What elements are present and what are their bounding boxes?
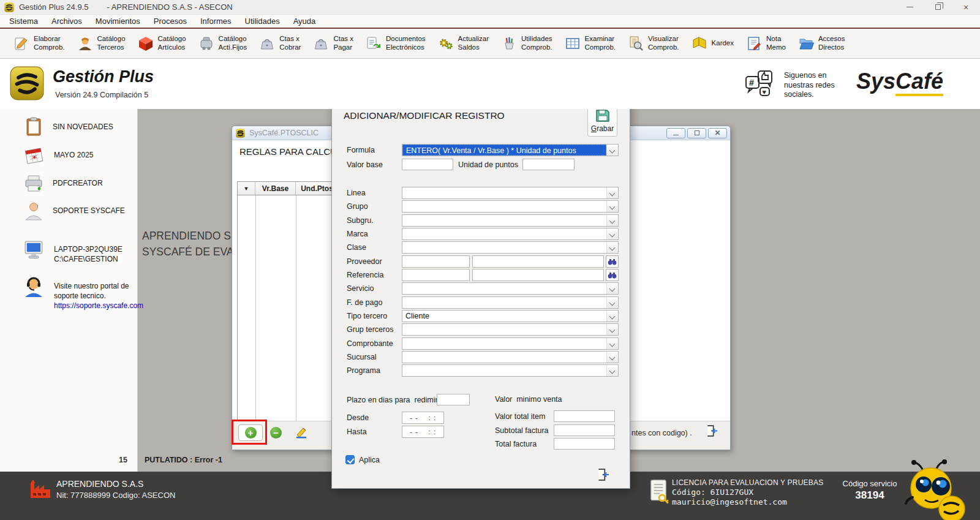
subtotal-input[interactable] [554,424,615,436]
hasta-input[interactable]: - - : : [402,426,444,438]
chevron-down-icon[interactable] [606,324,618,335]
referencia-code-input[interactable] [402,269,470,281]
aplica-label: Aplica [359,456,380,464]
sucursal-combobox[interactable] [402,351,619,363]
floppy-disk-icon [595,108,611,124]
toolbar-ctas-cobrar[interactable]: Ctas xCobrar [253,33,307,54]
menu-ayuda[interactable]: Ayuda [287,17,323,26]
remove-row-button[interactable]: − [270,427,282,439]
note-pencil-icon [746,36,762,51]
servicio-combobox[interactable] [402,282,619,295]
gestion-plus-logo-icon [10,66,44,100]
minus-icon: − [270,427,282,439]
toolbar-visualizar-comprob[interactable]: VisualizarComprob. [622,33,685,54]
menu-procesos[interactable]: Procesos [147,17,194,26]
dialog-exit-button[interactable] [596,468,609,481]
chevron-down-icon[interactable] [606,311,618,322]
sidebar: SIN NOVEDADES ✶ MAYO 2025 PDFCREATOR SOP… [0,109,138,472]
valor-total-input[interactable] [554,410,615,422]
clase-label: Clase [347,243,366,252]
sidebar-item-calendar[interactable]: ✶ MAYO 2025 [0,145,138,167]
proveedor-label: Proveedor [347,257,382,266]
chevron-down-icon[interactable] [606,201,618,212]
fdepago-combobox[interactable] [402,296,619,309]
total-factura-input[interactable] [554,438,615,450]
close-button[interactable]: × [952,0,980,15]
proveedor-name-input[interactable] [472,255,604,268]
rules-close-button[interactable]: ✕ [708,128,727,138]
chevron-down-icon[interactable] [606,215,618,226]
rules-window-title: SysCafé.PTOSCLIC [249,129,318,137]
binoculars-icon [608,258,617,265]
chevron-down-icon[interactable] [606,242,618,253]
plazo-input[interactable] [437,394,470,405]
footer-license-email: mauricio@ingesoftnet.com [672,497,787,507]
menu-utilidades[interactable]: Utilidades [238,17,287,26]
unidad-puntos-label: Unidad de puntos [458,160,518,169]
toolbar-ctas-pagar[interactable]: Ctas xPagar [307,33,360,54]
chevron-down-icon[interactable] [606,338,618,349]
menu-informes[interactable]: Informes [194,17,238,26]
aplica-checkbox[interactable] [345,455,355,464]
toolbar-nota-memo[interactable]: NotaMemo [740,33,792,54]
toolbar-accesos-directos[interactable]: AccesosDirectos [792,33,851,54]
window-title-doc: - APRENDIENDO S.A.S - ASECON [107,2,232,12]
exit-door-icon [705,424,718,437]
comprobante-combobox[interactable] [402,337,619,350]
chevron-down-icon[interactable] [606,365,618,376]
toolbar-actualizar-saldos[interactable]: ActualizarSaldos [432,33,496,54]
marca-combobox[interactable] [402,228,619,240]
proveedor-search-button[interactable] [606,255,619,268]
menu-movimientos[interactable]: Movimientos [89,17,147,26]
utilities-cup-icon [501,36,517,51]
valor-base-input[interactable] [402,159,453,170]
desde-input[interactable]: - - : : [402,412,444,424]
subgrupo-combobox[interactable] [402,214,619,227]
formula-combobox[interactable]: ENTERO( Vr.Venta / Vr.Base ) * Unidad de… [402,144,619,156]
minimize-button[interactable] [895,0,924,15]
toolbar-catalogo-terceros[interactable]: CatálogoTerceros [71,33,132,54]
plazo-label: Plazo en dias para redimir [347,396,438,404]
toolbar-documentos-electronicos[interactable]: DocumentosElectrónicos [360,33,432,54]
sidebar-item-novedades[interactable]: SIN NOVEDADES [0,116,138,137]
toolbar-catalogo-articulos[interactable]: CatálogoArtículos [132,33,192,54]
clase-combobox[interactable] [402,241,619,254]
sidebar-item-pdfcreator[interactable]: PDFCREATOR [0,173,138,194]
chevron-down-icon[interactable] [606,228,618,239]
binoculars-icon [608,271,617,279]
chevron-down-icon[interactable] [606,297,618,308]
toolbar-examinar-comprob[interactable]: ExaminarComprob. [559,33,622,54]
chevron-down-icon[interactable] [606,145,618,156]
grupo-combobox[interactable] [402,200,619,213]
grup-terceros-combobox[interactable] [402,323,619,336]
sidebar-item-portal-soporte[interactable]: Visite nuestro portal de soporte tecnico… [0,276,138,311]
purse-icon [259,36,275,51]
sidebar-item-computer[interactable]: LAPTOP-3P2QU39EC:\CAFE\GESTION [0,239,138,264]
chevron-down-icon[interactable] [606,352,618,363]
rules-exit-button[interactable] [705,424,718,437]
chevron-down-icon[interactable] [606,187,618,198]
edit-row-button[interactable] [295,426,308,439]
support-portal-link[interactable]: https://soporte.syscafe.com [54,301,143,311]
sidebar-item-soporte[interactable]: SOPORTE SYSCAFE [0,200,138,221]
menu-archivos[interactable]: Archivos [45,17,89,26]
rules-minimize-button[interactable] [666,128,685,138]
tipo-tercero-combobox[interactable]: Cliente [402,310,619,322]
toolbar-catalogo-actifijos[interactable]: CatálogoActi.Fijos [192,33,254,54]
restore-button[interactable] [924,0,952,15]
referencia-search-button[interactable] [606,269,619,281]
proveedor-code-input[interactable] [402,255,470,268]
unidad-puntos-input[interactable] [522,159,575,170]
subgrupo-label: Subgru. [347,216,374,225]
toolbar-kardex[interactable]: Kardex [685,34,740,53]
toolbar-utilidades-comprob[interactable]: UtilidadesComprob. [495,33,559,54]
chevron-down-icon[interactable] [606,283,618,294]
linea-combobox[interactable] [402,187,619,199]
menu-sistema[interactable]: Sistema [2,17,45,26]
footer-nit: Nit: 777888999 Codigo: ASECON [56,491,175,500]
rules-maximize-button[interactable] [687,128,706,138]
referencia-name-input[interactable] [472,269,604,281]
app-titlebar[interactable]: Gestión Plus 24.9.5 - APRENDIENDO S.A.S … [0,0,980,15]
toolbar-elaborar-comprob[interactable]: ElaborarComprob. [7,33,71,54]
programa-combobox[interactable] [402,364,619,377]
